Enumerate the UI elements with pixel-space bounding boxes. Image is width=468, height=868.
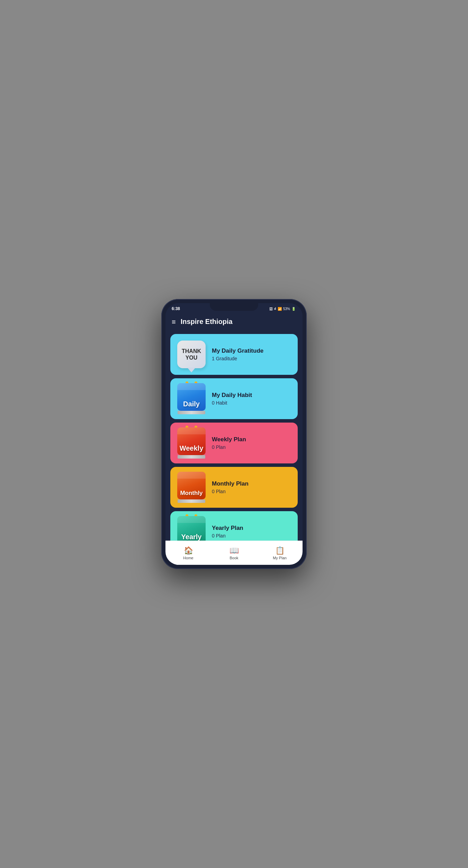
card-monthly-subtitle: 0 Plan xyxy=(212,489,292,494)
gratitude-bubble: THANKYOU xyxy=(177,341,206,368)
card-yearly-title: Yearly Plan xyxy=(212,525,292,532)
nav-myplan-label: My Plan xyxy=(273,556,287,560)
tiktok-icon: 𝐝 xyxy=(274,307,276,311)
card-weekly-title: Weekly Plan xyxy=(212,436,292,443)
card-yearly-icon: Yearly xyxy=(176,516,207,541)
yearly-cal-label: Yearly xyxy=(181,533,202,541)
card-yearly-subtitle: 0 Plan xyxy=(212,533,292,539)
yearly-calendar-body: Yearly xyxy=(177,516,206,541)
monthly-calendar-body: Monthly xyxy=(177,472,206,499)
card-monthly-title: Monthly Plan xyxy=(212,480,292,487)
nav-book-label: Book xyxy=(230,556,238,560)
battery-icon: 🔋 xyxy=(291,307,296,311)
book-icon: 📖 xyxy=(230,546,239,555)
card-weekly-subtitle: 0 Plan xyxy=(212,444,292,450)
phone-notch xyxy=(210,303,258,311)
gratitude-thank-text: THANKYOU xyxy=(182,348,201,361)
content-area: THANKYOU My Daily Gratitude 1 Graditude xyxy=(165,331,303,541)
gallery-icon: 🖼 xyxy=(269,307,273,311)
daily-cal-label: Daily xyxy=(183,400,200,408)
card-daily[interactable]: Daily My Daily Habit 0 Habit xyxy=(170,378,298,419)
card-monthly-info: Monthly Plan 0 Plan xyxy=(212,480,292,494)
phone-frame: 6:38 🖼 𝐝 📶 53% 🔋 ≡ Inspire Ethiopia xyxy=(161,299,307,569)
status-icons: 🖼 𝐝 📶 53% 🔋 xyxy=(269,307,296,311)
card-gratitude-title: My Daily Gratitude xyxy=(212,347,292,354)
card-yearly-info: Yearly Plan 0 Plan xyxy=(212,525,292,539)
card-gratitude[interactable]: THANKYOU My Daily Gratitude 1 Graditude xyxy=(170,334,298,375)
card-gratitude-info: My Daily Gratitude 1 Graditude xyxy=(212,347,292,361)
monthly-book-bottom xyxy=(178,499,205,503)
card-gratitude-icon: THANKYOU xyxy=(176,339,207,370)
card-monthly[interactable]: Monthly Monthly Plan 0 Plan xyxy=(170,467,298,508)
phone-screen: 6:38 🖼 𝐝 📶 53% 🔋 ≡ Inspire Ethiopia xyxy=(165,303,303,565)
wifi-icon: 📶 xyxy=(278,307,282,311)
app-header: ≡ Inspire Ethiopia xyxy=(165,314,303,331)
card-weekly-icon: Weekly xyxy=(176,427,207,459)
card-daily-icon: Daily xyxy=(176,383,207,414)
nav-myplan[interactable]: 📋 My Plan xyxy=(257,546,303,560)
card-daily-title: My Daily Habit xyxy=(212,392,292,399)
app-title: Inspire Ethiopia xyxy=(181,318,233,326)
nav-home-label: Home xyxy=(183,556,193,560)
status-time: 6:38 xyxy=(172,306,180,311)
card-monthly-icon: Monthly xyxy=(176,472,207,503)
weekly-cal-label: Weekly xyxy=(180,444,204,452)
myplan-icon: 📋 xyxy=(275,546,285,555)
nav-home[interactable]: 🏠 Home xyxy=(165,546,211,560)
card-yearly[interactable]: Yearly Yearly Plan 0 Plan xyxy=(170,511,298,541)
home-icon: 🏠 xyxy=(184,546,193,555)
nav-book[interactable]: 📖 Book xyxy=(211,546,257,560)
card-daily-info: My Daily Habit 0 Habit xyxy=(212,392,292,406)
bottom-nav: 🏠 Home 📖 Book 📋 My Plan xyxy=(165,541,303,565)
weekly-book-bottom xyxy=(178,455,205,459)
card-weekly-info: Weekly Plan 0 Plan xyxy=(212,436,292,450)
hamburger-menu-icon[interactable]: ≡ xyxy=(172,318,176,325)
battery-text: 53% xyxy=(283,307,290,311)
card-gratitude-subtitle: 1 Graditude xyxy=(212,356,292,361)
weekly-calendar-body: Weekly xyxy=(177,427,206,455)
monthly-cal-label: Monthly xyxy=(180,490,202,497)
card-weekly[interactable]: Weekly Weekly Plan 0 Plan xyxy=(170,423,298,463)
daily-calendar-body: Daily xyxy=(177,383,206,411)
daily-book-bottom xyxy=(178,411,205,414)
card-daily-subtitle: 0 Habit xyxy=(212,400,292,406)
